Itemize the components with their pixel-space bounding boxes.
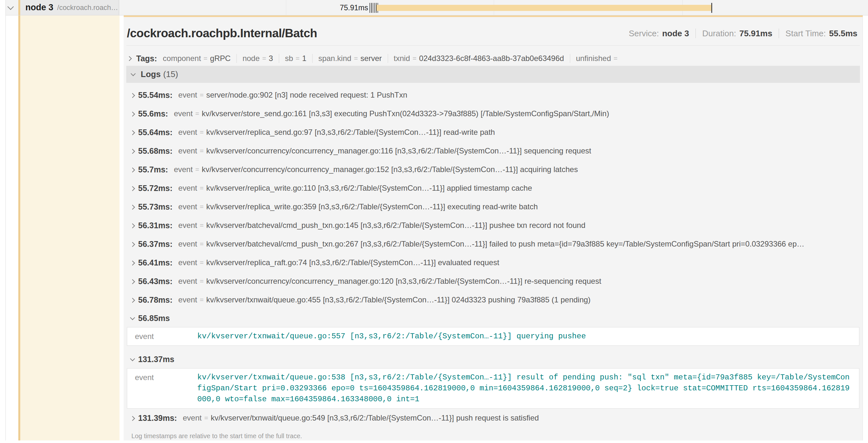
equals-sign: = [197, 222, 206, 229]
tag-key: node [243, 54, 259, 63]
log-field-value: kv/kvserver/store_send.go:161 [n3,s3] ex… [202, 109, 609, 118]
log-field-key: event [127, 328, 197, 345]
log-row[interactable]: 131.39ms: event = kv/kvserver/txnwait/qu… [126, 409, 860, 427]
start-time-value: 55.5ms [829, 29, 858, 38]
log-row[interactable]: 56.43ms: event = kv/kvserver/concurrency… [126, 272, 860, 291]
log-field-value: kv/kvserver/replica_send.go:97 [n3,s3,r6… [206, 128, 495, 137]
log-field-key: event [178, 183, 197, 193]
timeline-gridline [286, 0, 286, 15]
chevron-down-icon [130, 356, 135, 361]
log-timestamp: 55.7ms: [138, 165, 168, 174]
chevron-right-icon [130, 204, 135, 210]
divider [779, 29, 779, 38]
tags-accordion[interactable]: Tags: component = gRPC node = 3 sb = 1 s… [127, 50, 860, 66]
log-row[interactable]: 55.6ms: event = kv/kvserver/store_send.g… [126, 104, 860, 123]
span-duration-label: 75.91ms [323, 0, 368, 15]
log-timestamp: 131.39ms: [138, 413, 177, 423]
log-field-key: event [178, 239, 197, 248]
log-field-key: event [178, 221, 197, 230]
chevron-down-icon [130, 315, 135, 320]
log-row[interactable]: 55.72ms: event = kv/kvserver/replica_wri… [126, 179, 860, 197]
log-timestamp: 56.43ms: [138, 277, 173, 286]
log-entry-expanded-header[interactable]: 131.37ms [126, 350, 860, 368]
start-time-label: Start Time: [785, 29, 826, 38]
log-list: 55.54ms: event = server/node.go:902 [n3]… [126, 83, 860, 443]
equals-sign: = [259, 55, 269, 62]
tag-key: unfinished [576, 54, 611, 63]
span-timeline-row[interactable]: node 3 /cockroach.roach… 75.91ms [0, 0, 868, 15]
tag-value: gRPC [210, 54, 231, 63]
log-field-key: event [178, 91, 197, 100]
log-row[interactable]: 56.78ms: event = kv/kvserver/txnwait/que… [126, 291, 860, 309]
equals-sign: = [611, 55, 620, 62]
chevron-right-icon [130, 186, 135, 191]
log-timestamp: 56.85ms [138, 314, 170, 323]
tag-key: component [163, 54, 201, 63]
span-tree-highlight-column [20, 15, 120, 440]
spacer [126, 346, 860, 350]
chevron-right-icon [130, 223, 135, 228]
tag-key: span.kind [318, 54, 351, 63]
equals-sign: = [197, 240, 206, 248]
log-field-value: kv/kvserver/txnwait/queue.go:557 [n3,s3,… [197, 328, 859, 345]
equals-sign: = [197, 128, 206, 136]
chevron-right-icon [130, 93, 135, 98]
log-timestamp: 56.37ms: [138, 239, 173, 249]
logs-footer-note: Log timestamps are relative to the start… [127, 427, 859, 443]
log-row[interactable]: 56.31ms: event = kv/kvserver/batcheval/c… [126, 216, 860, 235]
span-detail-header: /cockroach.roachpb.Internal/Batch Servic… [127, 27, 858, 40]
span-duration-bar[interactable] [376, 5, 711, 11]
tag-value: server [361, 54, 382, 63]
log-field-value: kv/kvserver/concurrency/concurrency_mana… [206, 146, 591, 156]
log-keyvalue-table: event kv/kvserver/txnwait/queue.go:538 [… [127, 368, 859, 409]
equals-sign: = [202, 414, 211, 422]
log-timestamp: 56.41ms: [138, 258, 173, 267]
log-row[interactable]: 55.64ms: event = kv/kvserver/replica_sen… [126, 123, 860, 142]
log-row[interactable]: 55.54ms: event = server/node.go:902 [n3]… [126, 86, 860, 104]
log-timestamp: 55.72ms: [138, 183, 173, 193]
log-row[interactable]: 55.73ms: event = kv/kvserver/replica_wri… [126, 197, 860, 216]
tag-value: 1 [302, 54, 307, 63]
chevron-right-icon [130, 167, 135, 172]
log-entry-expanded-header[interactable]: 56.85ms [126, 309, 860, 327]
log-row[interactable]: 56.37ms: event = kv/kvserver/batcheval/c… [126, 235, 860, 253]
log-field-value: server/node.go:902 [n3] node received re… [206, 91, 407, 100]
log-field-value: kv/kvserver/batcheval/cmd_push_txn.go:14… [206, 221, 585, 230]
log-field-value: kv/kvserver/replica_raft.go:74 [n3,s3,r6… [206, 258, 499, 267]
equals-sign: = [201, 55, 210, 62]
tag-item: node = 3 [237, 54, 279, 63]
tree-rail-line [5, 0, 6, 440]
equals-sign: = [197, 91, 206, 99]
log-field-key: event [178, 295, 197, 304]
span-name-cell[interactable]: node 3 /cockroach.roach… [18, 0, 119, 15]
chevron-down-icon[interactable] [8, 4, 13, 10]
tag-value: 024d3323-6c8f-4863-aa8b-37ab0e63496d [419, 54, 564, 63]
span-detail-panel: /cockroach.roachpb.Internal/Batch Servic… [124, 15, 863, 440]
equals-sign: = [197, 147, 206, 155]
tag-value: 3 [269, 54, 273, 63]
log-field-value: kv/kvserver/concurrency/concurrency_mana… [202, 165, 578, 174]
left-column [6, 15, 18, 440]
equals-sign: = [351, 55, 361, 62]
trace-view: node 3 /cockroach.roach… 75.91ms /cockro… [0, 0, 868, 443]
log-row[interactable]: 55.7ms: event = kv/kvserver/concurrency/… [126, 160, 860, 179]
span-service-name: node 3 [25, 3, 53, 12]
tag-key: txnid [394, 54, 410, 63]
divider [126, 45, 860, 45]
log-timestamp: 56.78ms: [138, 295, 173, 305]
log-row[interactable]: 55.68ms: event = kv/kvserver/concurrency… [126, 142, 860, 160]
log-field-key: event [174, 109, 193, 118]
tag-item: span.kind = server [312, 54, 388, 63]
log-field-value: kv/kvserver/txnwait/queue.go:549 [n3,s3,… [211, 413, 539, 422]
logs-count: (15) [163, 69, 178, 79]
log-row[interactable]: 56.41ms: event = kv/kvserver/replica_raf… [126, 253, 860, 272]
span-color-stripe [18, 0, 20, 15]
service-value: node 3 [662, 29, 689, 38]
duration-value: 75.91ms [739, 29, 772, 38]
tags-label: Tags: [136, 54, 157, 63]
logs-accordion-header[interactable]: Logs (15) [126, 66, 860, 83]
chevron-right-icon [130, 149, 135, 154]
log-field-key: event [174, 165, 193, 174]
chevron-right-icon [130, 416, 135, 421]
log-timestamp: 131.37ms [138, 355, 175, 364]
